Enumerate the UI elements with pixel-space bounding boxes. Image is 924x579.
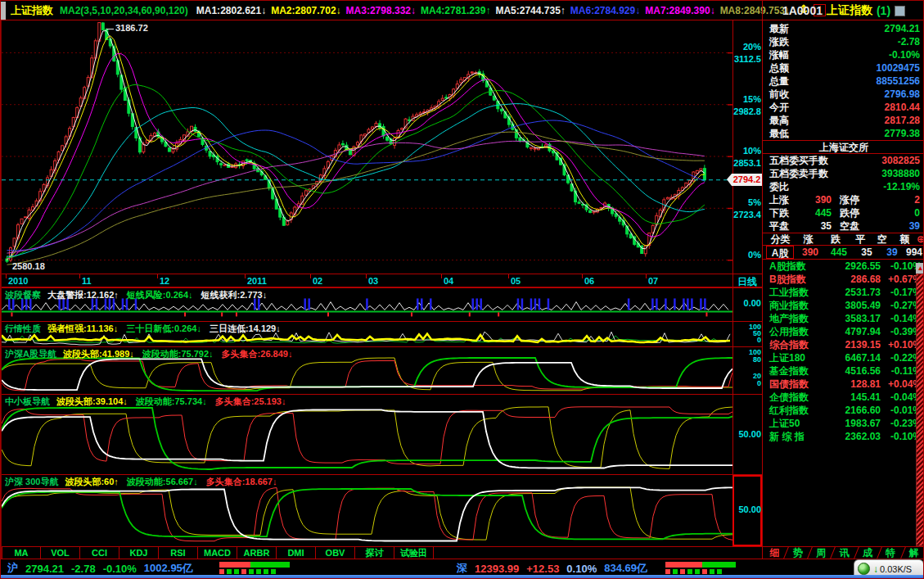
quote-tab-7[interactable]: 解: [903, 547, 924, 559]
tab-obv[interactable]: OBV: [316, 547, 355, 559]
breadth-value: 0: [859, 206, 920, 219]
indicator-axis-label: 80: [733, 355, 761, 364]
panel-stat-value: 14.129: [249, 323, 277, 333]
list-item[interactable]: B股指数286.68+0.67%: [763, 273, 924, 286]
list-item[interactable]: 国债指数128.81+0.04%: [763, 378, 924, 391]
tab-ma[interactable]: MA: [2, 547, 41, 559]
quote-tab-2[interactable]: 势: [786, 547, 809, 559]
meter-tick: [717, 569, 722, 574]
list-item[interactable]: 上证501983.67-0.23%: [763, 417, 924, 430]
tab-探讨[interactable]: 探讨: [355, 547, 394, 559]
time-label: 02: [313, 276, 322, 286]
meter-ratio-bar: [665, 562, 736, 568]
tab-rsi[interactable]: RSI: [159, 547, 198, 559]
time-tick: [508, 274, 509, 278]
index-value: 2166.60: [830, 404, 881, 417]
list-item[interactable]: 红利指数2166.60-0.01%: [763, 404, 924, 417]
panel-stat-label: 多头集合:: [222, 349, 261, 359]
symbol-title-suffix: (1): [877, 4, 890, 17]
time-label: 04: [444, 276, 453, 286]
meter-tick: [687, 569, 692, 574]
quote-label: 最低: [769, 127, 789, 140]
tab-arbr[interactable]: ARBR: [237, 547, 277, 559]
axis-pct-label: 0%: [733, 250, 761, 260]
list-item[interactable]: 地产指数3583.17-0.14%: [763, 312, 924, 325]
class-name: A股: [766, 246, 794, 259]
sh-change: -2.78: [71, 563, 96, 575]
peak-price-label: 3186.72: [106, 23, 148, 33]
tab-试验田[interactable]: 试验田: [394, 547, 434, 559]
tab-macd[interactable]: MACD: [198, 547, 237, 559]
class-row[interactable]: A股3904453539994: [763, 246, 924, 260]
sh-price: 2794.21: [25, 563, 64, 575]
time-tick: [79, 274, 80, 278]
breadth-label: 上涨: [769, 193, 789, 206]
ma-trend-arrow-icon: ↑: [485, 5, 490, 16]
panel-name: 中小板导航: [5, 396, 50, 406]
index-name: 公用指数: [769, 325, 830, 338]
list-item[interactable]: A股指数2926.55-0.10%: [763, 260, 924, 273]
list-item[interactable]: 商业指数3805.49-0.27%: [763, 299, 924, 312]
tab-kdj[interactable]: KDJ: [119, 547, 159, 559]
list-item[interactable]: 基金指数4516.56-0.11%: [763, 364, 924, 378]
class-header-cell: 跌: [822, 233, 849, 245]
index-value: 4797.94: [830, 325, 881, 338]
window-edge: [1, 2, 6, 20]
indicator-axis-label: 50.00: [733, 429, 761, 439]
list-item[interactable]: 工业指数2531.73-0.17%: [763, 286, 924, 299]
class-value: 39: [881, 246, 904, 259]
index-name: 上证180: [769, 351, 830, 364]
quote-value: 2794.21: [885, 22, 920, 35]
index-value: 286.68: [830, 273, 881, 286]
ma-label: MA7:: [645, 5, 669, 16]
depth-row: 五档委买手数3082825: [763, 154, 924, 167]
window-system-button[interactable]: [895, 6, 905, 16]
indicator-panel-5: 沪深 300导航波段头部:60↑波段动能:56.667↓多头集合:18.667↓…: [2, 474, 763, 546]
panel-stat-value: 12.162: [87, 290, 115, 300]
ma-value-2: MA2:2807.702↓: [271, 5, 340, 16]
list-item[interactable]: 企债指数145.41-0.04%: [763, 391, 924, 404]
list-item[interactable]: 新 综 指2362.03-0.10%: [763, 430, 924, 443]
ma-label: MA6:: [570, 5, 594, 16]
panel-stat-value: 75.792: [181, 349, 209, 359]
quote-value: 2817.28: [885, 114, 920, 127]
class-value: 390: [796, 246, 825, 259]
quote-tab-4[interactable]: 讯: [832, 547, 855, 559]
panel-stat: 短线风险:0.264↓: [127, 290, 193, 300]
ma-value-6: MA6:2784.929↓: [570, 5, 640, 16]
market-breadth: 上涨390涨停2下跌445跌停0平盘35空盘39: [763, 193, 924, 233]
trend-arrow-icon: ↓: [263, 290, 268, 300]
indicator-axis-label: 0: [733, 336, 761, 344]
meter-ticks: [219, 569, 290, 574]
breadth-value: 445: [789, 206, 832, 219]
tab-vol[interactable]: VOL: [41, 547, 80, 559]
panel-name: 沪深 300导航: [5, 477, 58, 486]
panel-stat: 三日连低:14.129↓: [210, 323, 281, 333]
trend-arrow-icon: ↑: [114, 477, 119, 486]
tab-cci[interactable]: CCI: [80, 547, 119, 559]
meter-tick: [665, 569, 670, 574]
index-name: 红利指数: [769, 404, 830, 417]
scroll-up-button[interactable]: ▲: [916, 263, 924, 274]
list-item[interactable]: 公用指数4797.94-0.39%: [763, 325, 924, 338]
quote-tab-5[interactable]: 成: [856, 547, 879, 559]
quote-tab-3[interactable]: 周: [809, 547, 832, 559]
tab-dmi[interactable]: DMI: [277, 547, 316, 559]
sz-exchange-label: 深: [457, 561, 467, 576]
quote-tab-6[interactable]: 特: [879, 547, 902, 559]
index-name: 企债指数: [769, 391, 830, 404]
panel-stat-label: 多头集合:: [206, 477, 246, 486]
candlestick-chart[interactable]: [2, 20, 732, 274]
time-label: 2010: [8, 276, 28, 286]
axis-price-label: 3112.5: [733, 54, 761, 64]
sh-volume-meter: [219, 562, 290, 574]
list-item[interactable]: 上证1806467.14-0.22%: [763, 351, 924, 364]
time-label: 06: [584, 276, 594, 286]
network-status-icon: [858, 563, 870, 575]
trend-arrow-icon: ↓: [193, 477, 198, 486]
class-header-cell: 涨: [795, 233, 822, 245]
quote-label: 总额: [769, 61, 789, 75]
quote-tab-1[interactable]: 细: [763, 547, 786, 559]
scrollbar-track[interactable]: [916, 274, 924, 546]
list-item[interactable]: 综合指数2139.15+0.10%: [763, 338, 924, 351]
